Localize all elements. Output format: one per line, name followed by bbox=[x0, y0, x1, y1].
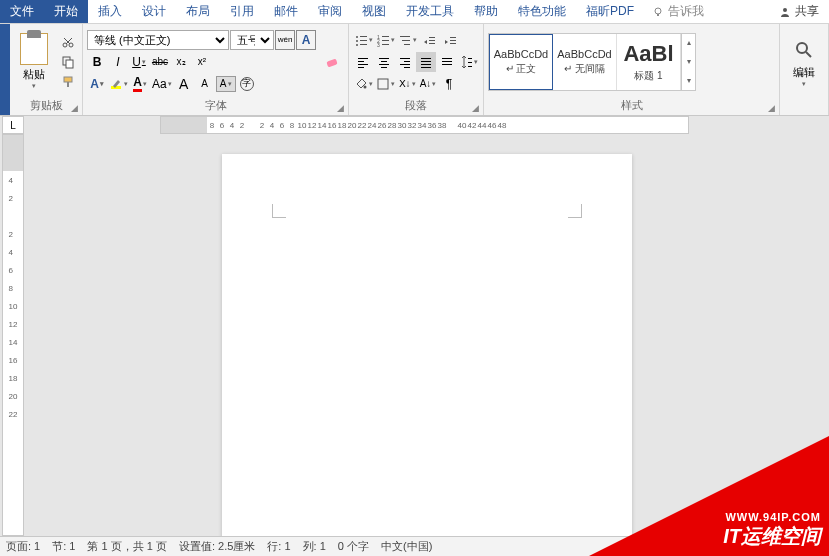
borders-button[interactable] bbox=[375, 74, 396, 94]
svg-rect-44 bbox=[421, 58, 431, 59]
font-size-select[interactable]: 五号 bbox=[230, 30, 274, 50]
style-heading1[interactable]: AaBl 标题 1 bbox=[617, 34, 681, 90]
numbering-button[interactable]: 123 bbox=[375, 30, 396, 50]
status-bar: 页面: 1 节: 1 第 1 页，共 1 页 设置值: 2.5厘米 行: 1 列… bbox=[0, 536, 829, 556]
grow-font-button[interactable]: A bbox=[174, 74, 194, 94]
vertical-ruler[interactable]: 42246810121416182022 bbox=[2, 134, 24, 536]
text-effects-button[interactable]: A bbox=[87, 74, 107, 94]
styles-down-button[interactable]: ▾ bbox=[682, 52, 695, 71]
view-print-button[interactable] bbox=[805, 540, 823, 554]
status-row[interactable]: 行: 1 bbox=[267, 539, 290, 554]
tab-selector[interactable]: L bbox=[2, 116, 24, 134]
ribbon-accent bbox=[0, 24, 10, 115]
dialog-launcher-icon[interactable]: ◢ bbox=[71, 103, 78, 113]
menu-home[interactable]: 开始 bbox=[44, 0, 88, 23]
page-scroll[interactable] bbox=[24, 134, 829, 536]
phonetic-guide-button[interactable]: wén bbox=[275, 30, 295, 50]
svg-point-11 bbox=[356, 36, 358, 38]
shrink-font-button[interactable]: A bbox=[195, 74, 215, 94]
align-distribute-button[interactable] bbox=[437, 52, 457, 72]
status-section[interactable]: 节: 1 bbox=[52, 539, 75, 554]
align-center-button[interactable] bbox=[374, 52, 394, 72]
status-page-count[interactable]: 第 1 页，共 1 页 bbox=[87, 539, 166, 554]
font-name-select[interactable]: 等线 (中文正文) bbox=[87, 30, 229, 50]
find-button[interactable]: 编辑 ▾ bbox=[784, 39, 824, 88]
char-border-button[interactable]: A bbox=[296, 30, 316, 50]
menu-mailings[interactable]: 邮件 bbox=[264, 0, 308, 23]
status-word-count[interactable]: 0 个字 bbox=[338, 539, 369, 554]
dialog-launcher-icon[interactable]: ◢ bbox=[768, 103, 775, 113]
status-col[interactable]: 列: 1 bbox=[303, 539, 326, 554]
indent-increase-button[interactable] bbox=[440, 30, 460, 50]
subscript-button[interactable]: x₂ bbox=[171, 52, 191, 72]
menu-references[interactable]: 引用 bbox=[220, 0, 264, 23]
menu-file[interactable]: 文件 bbox=[0, 0, 44, 23]
horizontal-ruler[interactable]: 8642246810121416182022242628303234363840… bbox=[160, 116, 689, 134]
status-page[interactable]: 页面: 1 bbox=[6, 539, 40, 554]
text-direction-button[interactable]: Ⅹ↓ bbox=[397, 74, 417, 94]
status-language[interactable]: 中文(中国) bbox=[381, 539, 432, 554]
svg-rect-6 bbox=[66, 60, 73, 68]
view-read-button[interactable] bbox=[781, 540, 799, 554]
char-shading-button[interactable]: A bbox=[216, 76, 236, 92]
align-justify-button[interactable] bbox=[416, 52, 436, 72]
paste-button[interactable]: 粘贴 ▾ bbox=[14, 33, 54, 90]
italic-button[interactable]: I bbox=[108, 52, 128, 72]
align-left-button[interactable] bbox=[353, 52, 373, 72]
svg-point-15 bbox=[356, 44, 358, 46]
group-label: 字体 bbox=[205, 99, 227, 111]
multilevel-button[interactable] bbox=[397, 30, 418, 50]
shading-button[interactable] bbox=[353, 74, 374, 94]
font-color-button[interactable]: A bbox=[130, 74, 150, 94]
status-position[interactable]: 设置值: 2.5厘米 bbox=[179, 539, 255, 554]
change-case-button[interactable]: Aa bbox=[151, 74, 173, 94]
styles-up-button[interactable]: ▴ bbox=[682, 34, 695, 53]
style-nospacing[interactable]: AaBbCcDd ↵ 无间隔 bbox=[553, 34, 617, 90]
menu-foxit[interactable]: 福昕PDF bbox=[576, 0, 644, 23]
align-right-button[interactable] bbox=[395, 52, 415, 72]
group-paragraph: 123 Ⅹ↓ A↓ ¶ bbox=[349, 24, 484, 115]
menu-layout[interactable]: 布局 bbox=[176, 0, 220, 23]
document-page[interactable] bbox=[222, 154, 632, 536]
bold-button[interactable]: B bbox=[87, 52, 107, 72]
highlight-button[interactable] bbox=[108, 74, 129, 94]
borders-icon bbox=[376, 77, 390, 91]
svg-rect-22 bbox=[382, 44, 389, 45]
styles-scroll: ▴ ▾ ▾ bbox=[681, 34, 695, 90]
svg-rect-36 bbox=[379, 58, 389, 59]
menu-view[interactable]: 视图 bbox=[352, 0, 396, 23]
menu-insert[interactable]: 插入 bbox=[88, 0, 132, 23]
strike-button[interactable]: abc bbox=[150, 52, 170, 72]
superscript-button[interactable]: x² bbox=[192, 52, 212, 72]
menu-help[interactable]: 帮助 bbox=[464, 0, 508, 23]
svg-rect-35 bbox=[358, 67, 364, 68]
menu-features[interactable]: 特色功能 bbox=[508, 0, 576, 23]
svg-rect-25 bbox=[404, 44, 410, 45]
tell-me[interactable]: 告诉我 bbox=[652, 0, 704, 23]
svg-rect-30 bbox=[450, 40, 456, 41]
menu-bar: 文件 开始 插入 设计 布局 引用 邮件 审阅 视图 开发工具 帮助 特色功能 … bbox=[0, 0, 829, 24]
group-label: 样式 bbox=[621, 99, 643, 111]
indent-decrease-button[interactable] bbox=[419, 30, 439, 50]
bullets-button[interactable] bbox=[353, 30, 374, 50]
enclose-char-button[interactable]: 字 bbox=[237, 74, 257, 94]
svg-rect-18 bbox=[382, 36, 389, 37]
sort-button[interactable]: A↓ bbox=[418, 74, 438, 94]
menu-devtools[interactable]: 开发工具 bbox=[396, 0, 464, 23]
copy-button[interactable] bbox=[58, 53, 78, 71]
dialog-launcher-icon[interactable]: ◢ bbox=[337, 103, 344, 113]
style-normal[interactable]: AaBbCcDd ↵ 正文 bbox=[489, 34, 553, 90]
line-spacing-button[interactable] bbox=[458, 52, 479, 72]
dialog-launcher-icon[interactable]: ◢ bbox=[472, 103, 479, 113]
styles-more-button[interactable]: ▾ bbox=[682, 71, 695, 90]
show-marks-button[interactable]: ¶ bbox=[439, 74, 459, 94]
share-button[interactable]: 共享 bbox=[769, 0, 829, 23]
clear-format-button[interactable] bbox=[322, 52, 344, 72]
menu-review[interactable]: 审阅 bbox=[308, 0, 352, 23]
brush-icon bbox=[61, 75, 75, 89]
svg-rect-55 bbox=[378, 79, 388, 89]
cut-button[interactable] bbox=[58, 33, 78, 51]
menu-design[interactable]: 设计 bbox=[132, 0, 176, 23]
underline-button[interactable]: U bbox=[129, 52, 149, 72]
format-painter-button[interactable] bbox=[58, 73, 78, 91]
